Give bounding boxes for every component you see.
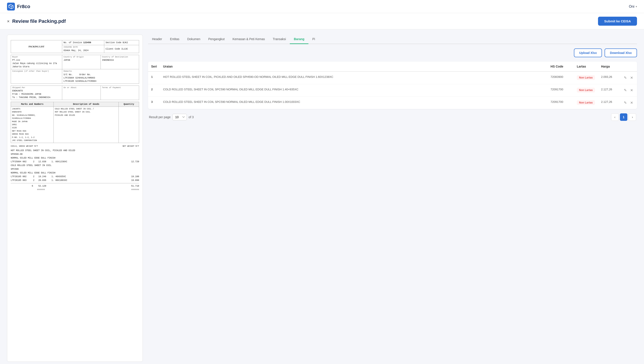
cell-actions-1: ✎ ✕	[620, 72, 637, 84]
cell-actions-3: ✎ ✕	[620, 97, 637, 109]
cell-lartas-2: Non Lartas	[574, 84, 598, 97]
download-xlsx-button[interactable]: Download Xlsx	[604, 49, 637, 57]
weight-row-1: LTF25804 002 2 12.838 1. 60X1238XC 12.72…	[11, 160, 139, 163]
table-row: 3 COLD ROLLED STEEL SHEET IN COIL SPC590…	[148, 97, 637, 109]
tab-transaksi[interactable]: Transaksi	[269, 35, 290, 44]
weight-line-1: HOT ROLLED STEEL SHEET IN COIL, PICKLED …	[11, 149, 139, 152]
close-button[interactable]: ×	[7, 19, 10, 24]
sc-no-label: S/C No.	[64, 73, 73, 76]
action-icons-1: ✎ ✕	[623, 75, 634, 80]
cell-hscode-2: 72091700	[548, 84, 574, 97]
cell-harga-1: 2.093,26	[598, 72, 620, 84]
net-label: NET WEIGHT M/T	[122, 145, 139, 148]
pdf-preview: PACKING LIST No. of Invoice 123456 Secti…	[7, 35, 143, 362]
action-row: Upload Xlsx Download Xlsx	[148, 49, 637, 57]
tab-kemasan[interactable]: Kemasan & Peti Kemas	[228, 35, 269, 44]
pagination-row: Result per page 10 25 50 100 of 3 ‹ 1 ›	[148, 113, 637, 121]
tabs-bar: Header Entitas Dokumen Pengangkut Kemasa…	[148, 35, 637, 44]
logo-icon	[7, 3, 15, 11]
weight-line-3: NORMAL OILED MILL EDGE DULL FINISH	[11, 156, 139, 160]
cell-harga-2: 2.127,26	[598, 84, 620, 97]
cell-seri-2: 2	[148, 84, 160, 97]
country-origin-label: Country of Origin	[64, 56, 99, 59]
desc-col-header: Description of Goods	[54, 102, 119, 107]
shipped-per: ENDKANTO	[12, 89, 61, 93]
goods-data-table: Seri Uraian HS Code Lartas Harga 1 HOT R…	[148, 62, 637, 109]
doc-header-table: PACKING LIST No. of Invoice 123456 Secti…	[11, 40, 139, 53]
sc-order-2: LTF28105 S2405ALALYYCR004	[64, 80, 138, 83]
weight-section: COILS, GROSS WEIGHT M/T NET WEIGHT M/T H…	[11, 145, 139, 192]
weight-row-2: LTF28105 002 2 19.246 1. 40X935XC 19.100	[11, 175, 139, 178]
issuing-date: OSAKA May, 24, 2024	[64, 49, 103, 52]
section-code-label: Section Code	[106, 42, 121, 44]
buyer-label: Buyer	[12, 56, 61, 59]
col-uraian: Uraian	[160, 62, 548, 72]
col-hs-code: HS Code	[548, 62, 574, 72]
cell-uraian-1: HOT ROLLED STEEL SHEET IN COIL, PICKLED …	[160, 72, 548, 84]
col-seri: Seri	[148, 62, 160, 72]
lartas-badge-2: Non Lartas	[577, 88, 595, 93]
cell-lartas-1: Non Lartas	[574, 72, 598, 84]
buyer-name: PT.xxx	[12, 59, 61, 62]
client-code-label: Client Code	[106, 48, 120, 50]
edit-button-3[interactable]: ✎	[623, 100, 628, 105]
cell-lartas-3: Non Lartas	[574, 97, 598, 109]
page-controls: ‹ 1 ›	[611, 113, 636, 121]
per-page-label: Result per page	[149, 115, 171, 119]
weight-line-6: NORMAL OILED MILL EDGE DULL FINISH	[11, 171, 139, 175]
page-title: Review file Packing.pdf	[12, 19, 66, 24]
doc-title: PACKING LIST	[29, 45, 44, 48]
edit-button-2[interactable]: ✎	[623, 88, 628, 93]
issuing-date-label: ISSUING DATE	[64, 46, 103, 49]
client-code: IL13C	[121, 48, 128, 50]
tab-header[interactable]: Header	[148, 35, 166, 44]
sc-orders: S/C No. Order No. LTF25804 S2404ALALYHR0…	[64, 73, 138, 83]
edit-button-1[interactable]: ✎	[623, 75, 628, 80]
on-about-label: On or About	[64, 86, 99, 89]
tab-pi[interactable]: Pi	[308, 35, 319, 44]
prev-page-button[interactable]: ‹	[611, 113, 618, 121]
next-page-button[interactable]: ›	[629, 113, 636, 121]
col-lartas: Lartas	[574, 62, 598, 72]
action-icons-3: ✎ ✕	[623, 100, 634, 105]
from-label: From :	[12, 93, 20, 95]
order-no-label: Order No.	[79, 73, 91, 76]
page-header-left: × Review file Packing.pdf	[7, 19, 66, 24]
desc-cell: COLD ROLLED STEEL SHEET IN COIL /HOT ROL…	[54, 107, 119, 143]
country-origin: JAPAN	[64, 59, 99, 62]
per-page-select[interactable]: 10 25 50 100	[172, 114, 187, 120]
logo-text: Fr8co	[17, 4, 30, 10]
tab-barang[interactable]: Barang	[290, 35, 308, 44]
country-dest: INDONESIA	[102, 59, 138, 62]
tab-pengangkut[interactable]: Pengangkut	[204, 35, 229, 44]
marks-col-header: Marks and Numbers	[11, 102, 54, 107]
invoice-no-label: No. of Invoice	[64, 42, 82, 44]
action-icons-2: ✎ ✕	[623, 88, 634, 93]
upload-xlsx-button[interactable]: Upload Xlsx	[574, 49, 602, 57]
remarks-label: Remarks	[64, 70, 138, 73]
delete-button-1[interactable]: ✕	[629, 75, 634, 80]
logo-area: Fr8co	[7, 3, 30, 11]
cell-uraian-3: COLD ROLLED STEEL SHEET IN COIL SPC590 N…	[160, 97, 548, 109]
tab-entitas[interactable]: Entitas	[166, 35, 183, 44]
per-page-area: Result per page 10 25 50 100 of 3	[149, 114, 194, 120]
top-nav: Fr8co Oni ▾	[0, 0, 644, 13]
user-area[interactable]: Oni ▾	[629, 5, 637, 9]
cell-actions-2: ✎ ✕	[620, 84, 637, 97]
weight-line-4: COLD ROLLED STEEL SHEET IN COIL	[11, 163, 139, 167]
weight-line-5: SPC590	[11, 167, 139, 171]
shipping-table: Shipped Per ENDKANTO From : MIZUSHIMA JA…	[11, 86, 139, 100]
invoice-no: 123456	[83, 42, 91, 44]
consignee-label: Consignee (if other than buyer)	[12, 70, 61, 73]
tab-dokumen[interactable]: Dokumen	[183, 35, 204, 44]
country-dest-label: Country of Destination	[102, 56, 138, 59]
delete-button-2[interactable]: ✕	[629, 88, 634, 93]
delete-button-3[interactable]: ✕	[629, 100, 634, 105]
weight-line-2: SPH590-OD	[11, 152, 139, 156]
svg-rect-0	[7, 3, 15, 11]
page-1-button[interactable]: 1	[620, 113, 627, 121]
cell-hscode-3: 72091700	[548, 97, 574, 109]
submit-button[interactable]: Submit ke CEISA	[598, 17, 637, 26]
cell-seri-1: 1	[148, 72, 160, 84]
col-harga: Harga	[598, 62, 620, 72]
